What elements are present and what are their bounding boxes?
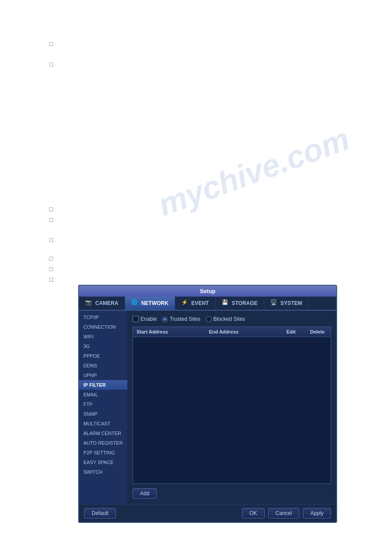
footer-left: Default xyxy=(84,508,116,519)
ok-button[interactable]: OK xyxy=(242,508,264,519)
page-symbol-4: □ xyxy=(49,216,53,223)
sidebar-item-ftp[interactable]: FTP xyxy=(79,399,127,409)
cancel-button[interactable]: Cancel xyxy=(268,508,299,519)
table-header: Start Address End Address Edit Delete xyxy=(133,327,331,337)
add-row: Add xyxy=(133,488,331,499)
sidebar-item-snmp[interactable]: SNMP xyxy=(79,409,127,419)
tab-camera-label: CAMERA xyxy=(95,300,119,306)
sidebar-item-ddns[interactable]: DDNS xyxy=(79,361,127,370)
sidebar: TCP/IP CONNECTION WIFI 3G PPPOE DDNS xyxy=(79,311,127,504)
tab-system-label: SYSTEM xyxy=(281,300,302,306)
col-header-start: Start Address xyxy=(133,329,205,334)
tab-storage[interactable]: 💾 STORAGE xyxy=(216,297,264,310)
trusted-sites-radio-container[interactable]: Trusted Sites xyxy=(162,316,200,322)
tab-storage-label: STORAGE xyxy=(232,300,258,306)
page-symbol-1: □ xyxy=(49,40,53,47)
sidebar-item-ipfilter[interactable]: IP FILTER xyxy=(79,380,127,390)
page-symbol-5: □ xyxy=(49,236,53,243)
tab-camera[interactable]: 📷 CAMERA xyxy=(79,297,125,310)
camera-tab-icon: 📷 xyxy=(85,299,93,307)
tab-network[interactable]: 🌐 NETWORK xyxy=(125,297,175,310)
tab-event-label: EVENT xyxy=(191,300,209,306)
sidebar-item-switch[interactable]: SWITCH xyxy=(79,467,127,477)
dialog-titlebar: Setup xyxy=(79,286,336,297)
system-tab-icon: 🖥️ xyxy=(270,299,278,307)
col-header-delete: Delete xyxy=(304,329,331,334)
footer-right: OK Cancel Apply xyxy=(242,508,331,519)
sidebar-item-email[interactable]: EMAIL xyxy=(79,390,127,399)
footer-row: Default OK Cancel Apply xyxy=(79,504,336,522)
sidebar-item-multicast[interactable]: MULTICAST xyxy=(79,419,127,428)
dialog-title: Setup xyxy=(200,288,216,294)
sidebar-item-tcpip[interactable]: TCP/IP xyxy=(79,312,127,322)
watermark: mychive.com xyxy=(154,120,354,223)
tab-system[interactable]: 🖥️ SYSTEM xyxy=(264,297,309,310)
blocked-sites-label: Blocked Sites xyxy=(213,316,245,322)
sidebar-item-pppoe[interactable]: PPPOE xyxy=(79,351,127,361)
sidebar-item-easyspace[interactable]: EASY SPACE xyxy=(79,457,127,467)
sidebar-item-connection[interactable]: CONNECTION xyxy=(79,322,127,332)
enable-checkbox-container[interactable]: Enable xyxy=(133,316,157,322)
sidebar-item-p2psetting[interactable]: P2P SETTING xyxy=(79,448,127,457)
dialog-body: TCP/IP CONNECTION WIFI 3G PPPOE DDNS xyxy=(79,311,336,504)
enable-label: Enable xyxy=(140,316,157,322)
col-header-end: End Address xyxy=(205,329,278,334)
content-panel: Enable Trusted Sites Blocked Sites Start… xyxy=(127,311,336,504)
apply-button[interactable]: Apply xyxy=(303,508,331,519)
trusted-sites-label: Trusted Sites xyxy=(169,316,200,322)
blocked-sites-radio[interactable] xyxy=(206,316,212,322)
sidebar-item-upnp[interactable]: UPNP xyxy=(79,370,127,380)
page-symbol-7: □ xyxy=(49,265,53,272)
event-tab-icon: ⚡ xyxy=(181,299,189,307)
table-body xyxy=(133,337,331,483)
storage-tab-icon: 💾 xyxy=(222,299,230,307)
page-symbol-6: □ xyxy=(49,255,53,262)
page-symbol-8: □ xyxy=(49,276,53,283)
blocked-sites-radio-container[interactable]: Blocked Sites xyxy=(206,316,245,322)
col-header-edit: Edit xyxy=(278,329,304,334)
trusted-sites-radio[interactable] xyxy=(162,316,168,322)
default-button[interactable]: Default xyxy=(84,508,116,519)
sidebar-item-3g[interactable]: 3G xyxy=(79,341,127,351)
page-symbol-2: □ xyxy=(49,61,53,68)
add-button[interactable]: Add xyxy=(133,488,157,499)
tab-event[interactable]: ⚡ EVENT xyxy=(175,297,216,310)
ip-filter-table: Start Address End Address Edit Delete xyxy=(133,326,331,484)
setup-dialog: Setup 📷 CAMERA 🌐 NETWORK ⚡ EVENT 💾 STORA… xyxy=(78,285,337,523)
enable-checkbox[interactable] xyxy=(133,316,139,322)
tab-bar: 📷 CAMERA 🌐 NETWORK ⚡ EVENT 💾 STORAGE 🖥️ … xyxy=(79,297,336,311)
sidebar-item-alarmcenter[interactable]: ALARM CENTER xyxy=(79,428,127,438)
sidebar-item-wifi[interactable]: WIFI xyxy=(79,332,127,341)
page-symbol-3: □ xyxy=(49,206,53,213)
tab-network-label: NETWORK xyxy=(141,300,169,306)
sidebar-item-autoregister[interactable]: AUTO REGISTER xyxy=(79,438,127,448)
filter-options: Enable Trusted Sites Blocked Sites xyxy=(133,316,331,322)
network-tab-icon: 🌐 xyxy=(131,299,139,307)
